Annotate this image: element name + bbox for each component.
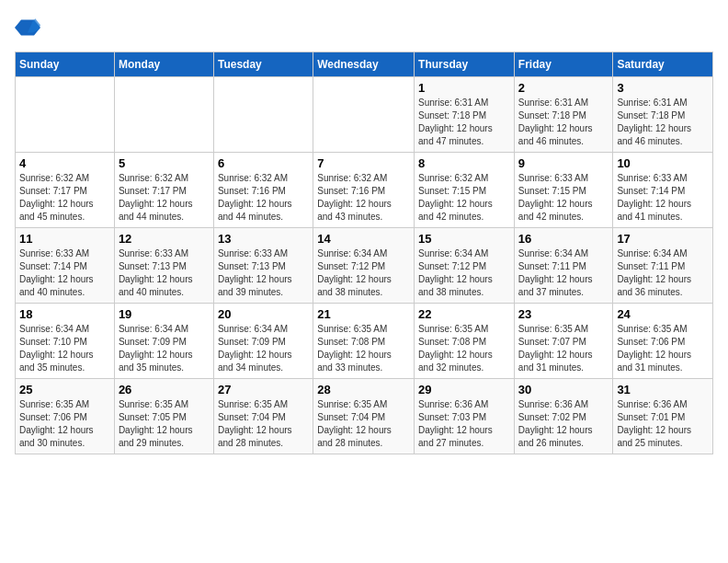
- day-number: 2: [518, 81, 609, 95]
- day-number: 8: [418, 156, 510, 170]
- calendar-week-row: 18Sunrise: 6:34 AM Sunset: 7:10 PM Dayli…: [16, 304, 713, 379]
- calendar-cell: [313, 77, 415, 153]
- day-info: Sunrise: 6:34 AM Sunset: 7:12 PM Dayligh…: [317, 247, 410, 299]
- calendar-cell: 10Sunrise: 6:33 AM Sunset: 7:14 PM Dayli…: [613, 153, 713, 228]
- calendar-cell: 9Sunrise: 6:33 AM Sunset: 7:15 PM Daylig…: [514, 153, 613, 228]
- day-info: Sunrise: 6:34 AM Sunset: 7:10 PM Dayligh…: [19, 323, 110, 374]
- calendar-cell: 11Sunrise: 6:33 AM Sunset: 7:14 PM Dayli…: [16, 228, 115, 304]
- calendar-cell: 12Sunrise: 6:33 AM Sunset: 7:13 PM Dayli…: [114, 228, 213, 304]
- column-header-sunday: Sunday: [16, 52, 115, 77]
- day-info: Sunrise: 6:31 AM Sunset: 7:18 PM Dayligh…: [518, 97, 609, 148]
- day-number: 21: [317, 307, 410, 321]
- calendar-cell: [213, 77, 313, 153]
- day-info: Sunrise: 6:34 AM Sunset: 7:09 PM Dayligh…: [218, 323, 309, 374]
- day-info: Sunrise: 6:33 AM Sunset: 7:14 PM Dayligh…: [19, 247, 110, 299]
- day-number: 20: [218, 307, 309, 321]
- day-info: Sunrise: 6:34 AM Sunset: 7:11 PM Dayligh…: [617, 247, 709, 299]
- day-number: 25: [19, 383, 110, 396]
- day-number: 16: [518, 232, 609, 246]
- day-number: 15: [418, 232, 510, 246]
- calendar-cell: 26Sunrise: 6:35 AM Sunset: 7:05 PM Dayli…: [114, 379, 213, 454]
- day-number: 9: [518, 156, 609, 170]
- calendar-cell: 4Sunrise: 6:32 AM Sunset: 7:17 PM Daylig…: [16, 153, 115, 228]
- day-info: Sunrise: 6:34 AM Sunset: 7:09 PM Dayligh…: [119, 323, 210, 374]
- calendar-cell: 27Sunrise: 6:35 AM Sunset: 7:04 PM Dayli…: [213, 379, 313, 454]
- calendar-cell: 14Sunrise: 6:34 AM Sunset: 7:12 PM Dayli…: [313, 228, 415, 304]
- day-number: 5: [119, 156, 210, 170]
- calendar-week-row: 4Sunrise: 6:32 AM Sunset: 7:17 PM Daylig…: [16, 153, 713, 228]
- day-number: 27: [218, 383, 309, 396]
- day-number: 19: [119, 307, 210, 321]
- logo: [15, 15, 44, 40]
- page-header: [15, 15, 713, 40]
- calendar-cell: 16Sunrise: 6:34 AM Sunset: 7:11 PM Dayli…: [514, 228, 613, 304]
- day-number: 4: [19, 156, 110, 170]
- day-number: 7: [317, 156, 410, 170]
- day-info: Sunrise: 6:33 AM Sunset: 7:13 PM Dayligh…: [218, 247, 309, 299]
- day-info: Sunrise: 6:32 AM Sunset: 7:17 PM Dayligh…: [19, 172, 110, 224]
- day-info: Sunrise: 6:35 AM Sunset: 7:07 PM Dayligh…: [518, 323, 609, 374]
- day-number: 11: [19, 232, 110, 246]
- column-header-tuesday: Tuesday: [213, 52, 313, 77]
- calendar-header-row: SundayMondayTuesdayWednesdayThursdayFrid…: [16, 52, 713, 77]
- calendar-table: SundayMondayTuesdayWednesdayThursdayFrid…: [15, 52, 713, 454]
- day-number: 12: [119, 232, 210, 246]
- calendar-cell: 23Sunrise: 6:35 AM Sunset: 7:07 PM Dayli…: [514, 304, 613, 379]
- day-number: 22: [418, 307, 510, 321]
- calendar-cell: 25Sunrise: 6:35 AM Sunset: 7:06 PM Dayli…: [16, 379, 115, 454]
- calendar-cell: 5Sunrise: 6:32 AM Sunset: 7:17 PM Daylig…: [114, 153, 213, 228]
- day-info: Sunrise: 6:35 AM Sunset: 7:08 PM Dayligh…: [317, 323, 410, 374]
- calendar-cell: 24Sunrise: 6:35 AM Sunset: 7:06 PM Dayli…: [613, 304, 713, 379]
- day-info: Sunrise: 6:35 AM Sunset: 7:08 PM Dayligh…: [418, 323, 510, 374]
- day-info: Sunrise: 6:36 AM Sunset: 7:03 PM Dayligh…: [418, 398, 510, 450]
- column-header-saturday: Saturday: [613, 52, 713, 77]
- day-number: 31: [617, 383, 709, 396]
- calendar-cell: 20Sunrise: 6:34 AM Sunset: 7:09 PM Dayli…: [213, 304, 313, 379]
- day-info: Sunrise: 6:35 AM Sunset: 7:06 PM Dayligh…: [617, 323, 709, 374]
- day-info: Sunrise: 6:33 AM Sunset: 7:15 PM Dayligh…: [518, 172, 609, 224]
- day-number: 17: [617, 232, 709, 246]
- calendar-cell: 13Sunrise: 6:33 AM Sunset: 7:13 PM Dayli…: [213, 228, 313, 304]
- calendar-cell: 22Sunrise: 6:35 AM Sunset: 7:08 PM Dayli…: [415, 304, 515, 379]
- column-header-wednesday: Wednesday: [313, 52, 415, 77]
- calendar-cell: 28Sunrise: 6:35 AM Sunset: 7:04 PM Dayli…: [313, 379, 415, 454]
- day-info: Sunrise: 6:36 AM Sunset: 7:01 PM Dayligh…: [617, 398, 709, 450]
- day-number: 6: [218, 156, 309, 170]
- day-info: Sunrise: 6:34 AM Sunset: 7:11 PM Dayligh…: [518, 247, 609, 299]
- day-number: 1: [418, 81, 510, 95]
- day-number: 24: [617, 307, 709, 321]
- day-info: Sunrise: 6:33 AM Sunset: 7:13 PM Dayligh…: [119, 247, 210, 299]
- day-info: Sunrise: 6:35 AM Sunset: 7:05 PM Dayligh…: [119, 398, 210, 450]
- day-number: 3: [617, 81, 709, 95]
- day-info: Sunrise: 6:35 AM Sunset: 7:04 PM Dayligh…: [218, 398, 309, 450]
- day-info: Sunrise: 6:32 AM Sunset: 7:16 PM Dayligh…: [218, 172, 309, 224]
- day-info: Sunrise: 6:34 AM Sunset: 7:12 PM Dayligh…: [418, 247, 510, 299]
- column-header-monday: Monday: [114, 52, 213, 77]
- day-number: 23: [518, 307, 609, 321]
- calendar-cell: 6Sunrise: 6:32 AM Sunset: 7:16 PM Daylig…: [213, 153, 313, 228]
- calendar-cell: 7Sunrise: 6:32 AM Sunset: 7:16 PM Daylig…: [313, 153, 415, 228]
- calendar-cell: 29Sunrise: 6:36 AM Sunset: 7:03 PM Dayli…: [415, 379, 515, 454]
- day-number: 10: [617, 156, 709, 170]
- day-number: 28: [317, 383, 410, 396]
- day-info: Sunrise: 6:31 AM Sunset: 7:18 PM Dayligh…: [418, 97, 510, 148]
- calendar-week-row: 1Sunrise: 6:31 AM Sunset: 7:18 PM Daylig…: [16, 77, 713, 153]
- day-number: 26: [119, 383, 210, 396]
- calendar-cell: 1Sunrise: 6:31 AM Sunset: 7:18 PM Daylig…: [415, 77, 515, 153]
- calendar-cell: 19Sunrise: 6:34 AM Sunset: 7:09 PM Dayli…: [114, 304, 213, 379]
- day-info: Sunrise: 6:32 AM Sunset: 7:16 PM Dayligh…: [317, 172, 410, 224]
- day-number: 18: [19, 307, 110, 321]
- calendar-cell: [114, 77, 213, 153]
- day-info: Sunrise: 6:31 AM Sunset: 7:18 PM Dayligh…: [617, 97, 709, 148]
- day-number: 30: [518, 383, 609, 396]
- day-number: 13: [218, 232, 309, 246]
- calendar-week-row: 11Sunrise: 6:33 AM Sunset: 7:14 PM Dayli…: [16, 228, 713, 304]
- day-info: Sunrise: 6:36 AM Sunset: 7:02 PM Dayligh…: [518, 398, 609, 450]
- calendar-cell: 8Sunrise: 6:32 AM Sunset: 7:15 PM Daylig…: [415, 153, 515, 228]
- calendar-week-row: 25Sunrise: 6:35 AM Sunset: 7:06 PM Dayli…: [16, 379, 713, 454]
- calendar-cell: [16, 77, 115, 153]
- day-info: Sunrise: 6:35 AM Sunset: 7:04 PM Dayligh…: [317, 398, 410, 450]
- calendar-cell: 2Sunrise: 6:31 AM Sunset: 7:18 PM Daylig…: [514, 77, 613, 153]
- column-header-thursday: Thursday: [415, 52, 515, 77]
- day-info: Sunrise: 6:32 AM Sunset: 7:17 PM Dayligh…: [119, 172, 210, 224]
